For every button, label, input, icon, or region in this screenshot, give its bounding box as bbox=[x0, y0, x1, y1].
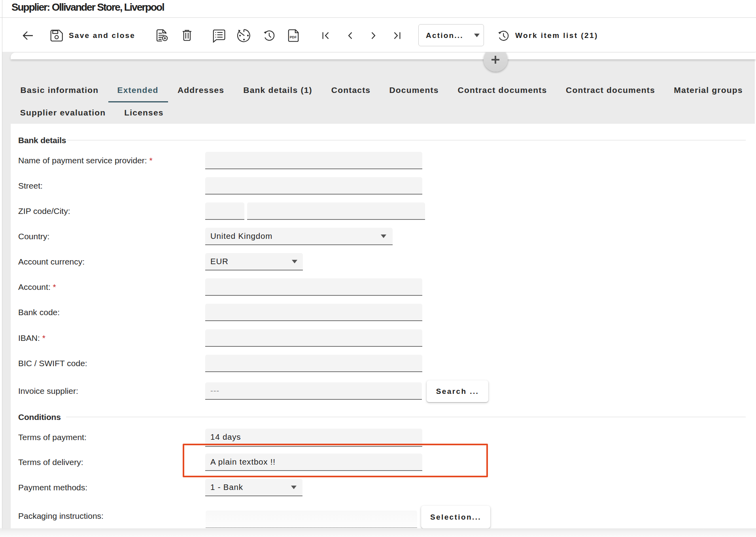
svg-text:PDF: PDF bbox=[290, 35, 297, 39]
